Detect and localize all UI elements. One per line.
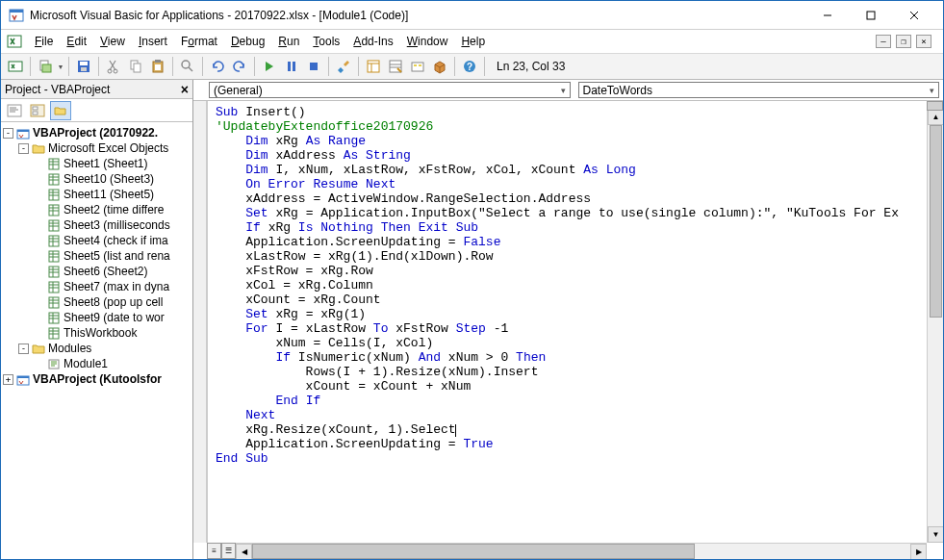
- undo-button[interactable]: [207, 56, 228, 77]
- menu-add-ins[interactable]: Add-Ins: [346, 33, 399, 50]
- scroll-thumb[interactable]: [930, 125, 942, 318]
- sheet-icon: [47, 312, 61, 324]
- tree-label: Sheet5 (list and rena: [64, 249, 170, 263]
- cursor-position: Ln 23, Col 33: [497, 60, 565, 73]
- vertical-scrollbar[interactable]: ▲ ▼: [927, 101, 943, 543]
- help-button[interactable]: ?: [459, 56, 480, 77]
- tree-item[interactable]: -Modules: [3, 341, 191, 356]
- paste-button[interactable]: [147, 56, 168, 77]
- project-explorer-pane: Project - VBAProject × -VBAProject (2017…: [1, 80, 193, 559]
- menu-insert[interactable]: Insert: [132, 33, 174, 50]
- redo-button[interactable]: [229, 56, 250, 77]
- project-pane-close-button[interactable]: ×: [181, 82, 189, 97]
- svg-rect-31: [412, 63, 423, 71]
- tree-item[interactable]: Sheet1 (Sheet1): [3, 156, 191, 171]
- menu-view[interactable]: View: [93, 33, 132, 50]
- menu-help[interactable]: Help: [454, 33, 492, 50]
- tree-item[interactable]: -Microsoft Excel Objects: [3, 140, 191, 156]
- tree-item[interactable]: Sheet4 (check if ima: [3, 233, 191, 248]
- menu-bar: FileEditViewInsertFormatDebugRunToolsAdd…: [1, 30, 943, 53]
- mdi-minimize-button[interactable]: –: [876, 35, 891, 48]
- insert-dropdown-icon[interactable]: ▼: [57, 64, 64, 70]
- mod-icon: [47, 358, 61, 370]
- mdi-close-button[interactable]: ×: [916, 35, 931, 48]
- find-button[interactable]: [177, 56, 198, 77]
- toolbox-button[interactable]: [429, 56, 450, 77]
- run-button[interactable]: [259, 56, 280, 77]
- splitter-handle[interactable]: [927, 101, 943, 111]
- sheet-icon: [47, 158, 61, 170]
- mdi-restore-button[interactable]: ❐: [896, 35, 911, 48]
- object-browser-button[interactable]: [407, 56, 428, 77]
- tree-item[interactable]: ThisWorkbook: [3, 325, 191, 341]
- tree-item[interactable]: Sheet10 (Sheet3): [3, 171, 191, 187]
- svg-rect-24: [310, 63, 318, 70]
- view-code-button[interactable]: [4, 101, 25, 120]
- svg-rect-32: [414, 64, 417, 66]
- toggle-folders-button[interactable]: [50, 101, 71, 120]
- menu-run[interactable]: Run: [271, 33, 306, 50]
- menu-file[interactable]: File: [28, 33, 60, 50]
- project-pane-title: Project - VBAProject: [5, 83, 110, 96]
- save-button[interactable]: [73, 56, 94, 77]
- scroll-thumb-h[interactable]: [252, 544, 695, 559]
- tree-label: Microsoft Excel Objects: [48, 141, 168, 155]
- tree-toggle[interactable]: -: [3, 128, 13, 139]
- tree-item[interactable]: -VBAProject (20170922.: [3, 125, 191, 140]
- cut-button[interactable]: [103, 56, 124, 77]
- project-explorer-button[interactable]: [363, 56, 384, 77]
- menu-edit[interactable]: Edit: [60, 33, 93, 50]
- tree-toggle[interactable]: -: [18, 143, 29, 154]
- tree-item[interactable]: Sheet11 (Sheet5): [3, 187, 191, 202]
- chevron-down-icon: ▾: [561, 86, 566, 95]
- sheet-icon: [47, 296, 61, 309]
- code-editor[interactable]: Sub Insert() 'UpdatebyExtendoffice201709…: [208, 101, 943, 559]
- properties-button[interactable]: [385, 56, 406, 77]
- menu-debug[interactable]: Debug: [224, 33, 271, 50]
- scroll-right-button[interactable]: ▶: [910, 544, 927, 560]
- horizontal-scrollbar[interactable]: ◀ ▶: [236, 543, 927, 559]
- scroll-up-button[interactable]: ▲: [928, 109, 944, 125]
- insert-module-button[interactable]: [35, 56, 56, 77]
- view-excel-button[interactable]: [5, 56, 26, 77]
- object-dropdown-value: (General): [214, 84, 263, 97]
- procedure-view-button[interactable]: ≡: [207, 543, 221, 559]
- menu-tools[interactable]: Tools: [306, 33, 346, 50]
- tree-item[interactable]: Sheet2 (time differe: [3, 202, 191, 217]
- break-button[interactable]: [281, 56, 302, 77]
- tree-label: VBAProject (Kutoolsfor: [33, 372, 162, 386]
- minimize-button[interactable]: [805, 2, 849, 29]
- tree-label: VBAProject (20170922.: [33, 126, 158, 140]
- tree-item[interactable]: Sheet6 (Sheet2): [3, 264, 191, 279]
- tree-item[interactable]: Sheet9 (date to wor: [3, 310, 191, 325]
- svg-rect-11: [80, 62, 88, 65]
- tree-toggle[interactable]: +: [3, 374, 13, 385]
- sheet-icon: [47, 281, 61, 293]
- scroll-left-button[interactable]: ◀: [236, 544, 252, 560]
- toolbar: ▼ ? Ln 23, Col 33: [1, 53, 943, 80]
- tree-item[interactable]: Module1: [3, 356, 191, 371]
- copy-button[interactable]: [125, 56, 146, 77]
- view-object-button[interactable]: [27, 101, 48, 120]
- tree-item[interactable]: Sheet5 (list and rena: [3, 248, 191, 264]
- tree-item[interactable]: Sheet8 (pop up cell: [3, 294, 191, 310]
- object-dropdown[interactable]: (General) ▾: [209, 82, 571, 98]
- full-module-view-button[interactable]: ☰: [221, 543, 236, 559]
- menu-window[interactable]: Window: [400, 33, 455, 50]
- maximize-button[interactable]: [849, 2, 892, 29]
- tree-item[interactable]: Sheet3 (milliseconds: [3, 217, 191, 233]
- tree-label: Sheet6 (Sheet2): [64, 265, 147, 278]
- svg-rect-22: [288, 62, 291, 71]
- reset-button[interactable]: [303, 56, 324, 77]
- tree-item[interactable]: +VBAProject (Kutoolsfor: [3, 371, 191, 387]
- tree-toggle[interactable]: -: [18, 344, 29, 354]
- tree-item[interactable]: Sheet7 (max in dyna: [3, 279, 191, 294]
- procedure-dropdown[interactable]: DateToWords ▾: [578, 82, 940, 98]
- sheet-icon: [47, 250, 61, 263]
- svg-rect-25: [368, 61, 379, 72]
- menu-format[interactable]: Format: [174, 33, 224, 50]
- scroll-down-button[interactable]: ▼: [928, 526, 944, 543]
- close-button[interactable]: [892, 2, 935, 29]
- design-mode-button[interactable]: [333, 56, 354, 77]
- project-tree[interactable]: -VBAProject (20170922.-Microsoft Excel O…: [1, 122, 192, 559]
